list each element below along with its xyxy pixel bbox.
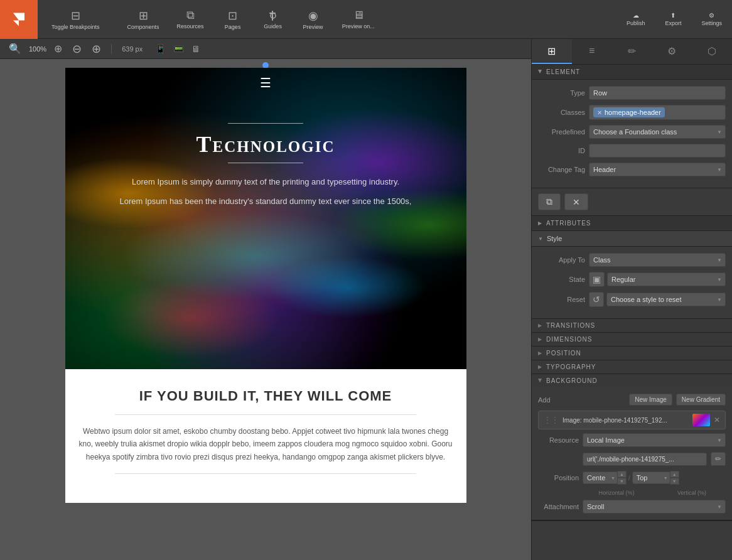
- desktop-device-btn[interactable]: 🖥: [189, 43, 203, 55]
- delete-btn[interactable]: ✕: [564, 193, 588, 210]
- v-increment-btn[interactable]: ▲: [670, 471, 679, 478]
- content-divider-2: [115, 473, 416, 474]
- settings-tab-icon: ⚙: [667, 45, 676, 57]
- type-field-row: Type: [538, 86, 726, 100]
- preview-on-btn[interactable]: 🖥 Preview on...: [335, 5, 382, 33]
- url-edit-btn[interactable]: ✏: [711, 452, 726, 466]
- hero-line-bottom: [228, 163, 303, 163]
- v-decrement-btn[interactable]: ▼: [670, 478, 679, 485]
- drag-handle-icon[interactable]: ⋮⋮: [544, 416, 559, 424]
- copy-btn[interactable]: ⧉: [538, 193, 561, 210]
- predefined-label: Predefined: [538, 128, 585, 136]
- background-arrow: ▶: [537, 379, 543, 383]
- tablet-device-btn[interactable]: 📟: [171, 43, 186, 55]
- tab-extra[interactable]: ⬡: [692, 39, 732, 64]
- content-divider: [115, 414, 416, 415]
- attributes-section-header[interactable]: ▶ ATTRIBUTES: [532, 216, 732, 231]
- position-header[interactable]: ▶ POSITION: [532, 347, 732, 360]
- publish-btn[interactable]: ☁ Publish: [616, 8, 655, 30]
- canvas-scroll[interactable]: ☰ Technologic Lorem Ipsum is simply dumm…: [0, 59, 531, 560]
- toggle-breakpoints-btn[interactable]: ⊟ Toggle Breakpoints: [44, 5, 107, 34]
- zoom-minus-btn[interactable]: ⊖: [70, 41, 84, 57]
- reset-select[interactable]: Choose a style to reset: [606, 293, 726, 306]
- bg-position-label: Position: [538, 474, 579, 482]
- horizontal-select[interactable]: Cente Left Right: [583, 471, 618, 484]
- attachment-select[interactable]: Scroll Fixed Local: [583, 500, 726, 514]
- hamburger-menu-icon[interactable]: ☰: [65, 68, 466, 98]
- logo-btn[interactable]: [0, 0, 38, 39]
- bg-add-label: Add: [538, 396, 551, 404]
- element-section-arrow: ▶: [537, 70, 543, 74]
- style-section-header[interactable]: ▼ Style: [532, 231, 732, 247]
- change-tag-select-wrapper: Header Div Section Main: [589, 163, 726, 176]
- new-gradient-btn[interactable]: New Gradient: [676, 394, 726, 406]
- bg-position-row: Position Cente Left Right ▼ ▲: [538, 471, 726, 485]
- apply-to-select[interactable]: Class Element: [589, 253, 726, 267]
- tab-element[interactable]: ⊞: [532, 39, 572, 64]
- guides-btn[interactable]: Guides: [254, 6, 292, 33]
- apply-to-field-row: Apply To Class Element: [538, 253, 726, 267]
- state-select[interactable]: Regular Hover Active Focus: [607, 272, 726, 286]
- pages-btn[interactable]: ⊡ Pages: [214, 5, 252, 34]
- resource-row: Resource Local Image External URL: [538, 433, 726, 447]
- tab-settings[interactable]: ⚙: [652, 39, 692, 64]
- attachment-row: Attachment Scroll Fixed Local: [538, 500, 726, 514]
- url-input[interactable]: [583, 453, 707, 466]
- dimensions-header[interactable]: ▶ DIMENSIONS: [532, 333, 732, 346]
- transitions-header[interactable]: ▶ TRANSITIONS: [532, 319, 732, 332]
- tab-list[interactable]: ≡: [572, 39, 612, 64]
- classes-input-wrapper[interactable]: ✕ homepage-header: [589, 105, 726, 120]
- zoom-plus-btn[interactable]: ⊕: [89, 41, 104, 57]
- canvas-toolbar: 🔍 100% ⊕ ⊖ ⊕ 639 px 📱 📟 🖥: [0, 39, 531, 59]
- phone-device-btn[interactable]: 📱: [153, 43, 168, 55]
- type-input[interactable]: [589, 86, 726, 100]
- image-remove-btn[interactable]: ✕: [714, 416, 720, 424]
- settings-btn[interactable]: ⚙ Settings: [691, 8, 732, 30]
- dimensions-arrow: ▶: [538, 337, 542, 342]
- position-arrow: ▶: [538, 350, 542, 356]
- vertical-select[interactable]: Top Center Bottom: [632, 471, 670, 484]
- toolbar: ⊟ Toggle Breakpoints ⊞ Components ⧉ Reso…: [0, 0, 732, 39]
- transitions-section: ▶ TRANSITIONS: [532, 319, 732, 333]
- style-section-arrow: ▼: [538, 236, 543, 242]
- background-section: ▶ BACKGROUND Add New Image New Gradient …: [532, 374, 732, 521]
- resource-label: Resource: [538, 436, 579, 444]
- export-btn[interactable]: ⬆ Export: [655, 8, 691, 30]
- classes-field-row: Classes ✕ homepage-header: [538, 105, 726, 120]
- toolbar-center-group: ⊞ Components ⧉ Resources ⊡ Pages Guides …: [114, 0, 389, 38]
- new-image-btn[interactable]: New Image: [629, 394, 672, 406]
- export-icon: ⬆: [670, 12, 675, 19]
- background-header[interactable]: ▶ BACKGROUND: [532, 374, 732, 387]
- zoom-out-icon-btn[interactable]: 🔍: [6, 41, 24, 56]
- hero-title: Technologic: [90, 131, 441, 158]
- class-tag-x[interactable]: ✕: [597, 109, 602, 116]
- change-tag-label: Change Tag: [538, 166, 585, 173]
- tab-paint[interactable]: ✏: [612, 39, 652, 64]
- typography-section: ▶ TYPOGRAPHY: [532, 360, 732, 374]
- zoom-in-btn[interactable]: ⊕: [51, 41, 65, 56]
- reset-field-row: Reset ↺ Choose a style to reset: [538, 292, 726, 307]
- vertical-select-wrapper: Top Center Bottom ▼: [632, 471, 670, 484]
- resource-select[interactable]: Local Image External URL: [583, 433, 726, 447]
- typography-header[interactable]: ▶ TYPOGRAPHY: [532, 360, 732, 374]
- hero-line-top: [228, 123, 303, 124]
- apply-to-label: Apply To: [538, 256, 585, 264]
- typography-label: TYPOGRAPHY: [546, 363, 596, 370]
- resources-btn[interactable]: ⧉ Resources: [170, 5, 212, 33]
- change-tag-select[interactable]: Header Div Section Main: [589, 163, 726, 176]
- content-body: Webtwo ipsum dolor sit amet, eskobo chum…: [78, 425, 454, 463]
- dimensions-label: DIMENSIONS: [546, 336, 592, 343]
- hero-content: Technologic Lorem Ipsum is simply dummy …: [65, 98, 466, 246]
- predefined-select[interactable]: Choose a Foundation class: [589, 125, 726, 139]
- components-icon: ⊞: [139, 9, 148, 23]
- h-increment-btn[interactable]: ▲: [617, 471, 627, 478]
- reset-input-wrapper: ↺ Choose a style to reset: [589, 292, 726, 307]
- components-btn[interactable]: ⊞ Components: [120, 5, 167, 34]
- toolbar-left-group: ⊟ Toggle Breakpoints: [38, 0, 114, 38]
- id-input[interactable]: [589, 144, 726, 158]
- element-section-header[interactable]: ▶ Element: [532, 65, 732, 80]
- h-decrement-btn[interactable]: ▼: [617, 478, 627, 485]
- reset-icon[interactable]: ↺: [589, 292, 604, 307]
- url-row: ✏: [538, 452, 726, 466]
- preview-btn[interactable]: ◉ Preview: [294, 5, 332, 34]
